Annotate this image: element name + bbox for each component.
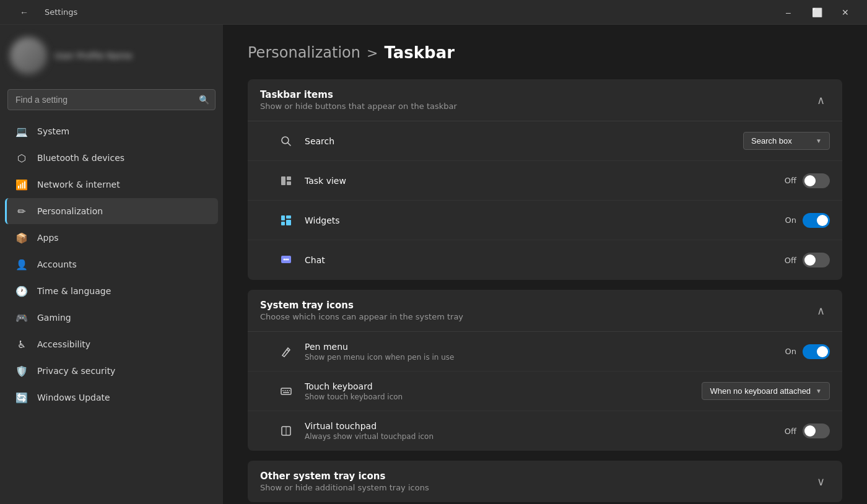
virtual-touchpad-name: Virtual touchpad [305,421,782,431]
taskbar-items-collapse-button[interactable]: ∧ [812,91,830,110]
widgets-control: On [782,213,830,228]
sidebar-item-personalization[interactable]: ✏️Personalization [5,198,218,224]
chat-name: Chat [305,255,782,265]
search-icon [277,133,295,150]
maximize-button[interactable]: ⬜ [803,2,831,22]
chat-toggle[interactable] [803,253,830,267]
pen-menu-toggle[interactable] [803,344,830,359]
search-control: Search box ▼ [743,132,830,150]
system-label: System [37,126,69,136]
bluetooth-label: Bluetooth & devices [37,153,124,163]
pen-menu-icon [277,343,295,360]
sidebar-item-bluetooth[interactable]: ⬡Bluetooth & devices [5,145,218,171]
breadcrumb: Personalization > Taskbar [248,43,842,62]
back-button[interactable]: ← [10,2,38,22]
profile-name: User Profile Name [54,51,133,61]
widgets-toggle-track [803,213,830,228]
widgets-icon [277,212,295,229]
setting-row-widgets: Widgets On [248,201,842,240]
svg-rect-8 [286,220,291,225]
sidebar-item-apps[interactable]: 📦Apps [5,225,218,251]
widgets-name: Widgets [305,215,782,225]
search-dropdown[interactable]: Search box ▼ [743,132,830,150]
update-icon: 🔄 [15,391,28,404]
sections-container: Taskbar items Show or hide buttons that … [248,79,842,502]
widgets-toggle[interactable] [803,213,830,228]
svg-rect-5 [281,215,285,220]
svg-line-13 [287,349,289,351]
sidebar-item-system[interactable]: 💻System [5,118,218,144]
gaming-label: Gaming [37,313,71,323]
minimize-button[interactable]: – [774,2,803,22]
touch-keyboard-icon [277,383,295,400]
svg-rect-17 [287,390,288,391]
network-label: Network & internet [37,180,120,189]
sidebar-item-accessibility[interactable]: ♿Accessibility [5,331,218,357]
close-button[interactable]: ✕ [831,2,860,22]
privacy-label: Privacy & security [37,366,115,376]
sidebar-item-update[interactable]: 🔄Windows Update [5,385,218,411]
svg-rect-4 [287,181,291,185]
section-taskbar-items: Taskbar items Show or hide buttons that … [248,79,842,280]
task-view-toggle[interactable] [803,173,830,188]
sidebar-item-accounts[interactable]: 👤Accounts [5,251,218,277]
setting-row-search: Search Search box ▼ [248,121,842,161]
other-tray-expand-button[interactable]: ∨ [812,472,830,491]
window-controls: – ⬜ ✕ [774,2,860,22]
accessibility-label: Accessibility [37,339,90,349]
search-name: Search [305,136,743,146]
pen-menu-toggle-thumb [817,346,828,357]
touch-keyboard-dropdown[interactable]: When no keyboard attached ▼ [702,382,830,400]
task-view-name: Task view [305,176,782,186]
setting-row-task-view: Task view Off [248,161,842,201]
sidebar-item-network[interactable]: 📶Network & internet [5,172,218,198]
system-tray-title: System tray icons [260,300,463,311]
svg-line-1 [288,142,291,146]
svg-point-11 [285,259,287,261]
breadcrumb-current: Taskbar [384,43,455,62]
chat-toggle-thumb [804,254,816,266]
pen-menu-control: On [782,344,830,359]
personalization-icon: ✏️ [15,204,28,218]
system-tray-subtitle: Choose which icons can appear in the sys… [260,312,463,321]
svg-rect-16 [285,390,286,391]
find-setting-input[interactable] [7,89,216,110]
virtual-touchpad-toggle-label: Off [782,427,796,436]
task-view-control: Off [782,173,830,188]
task-view-icon [277,172,295,189]
sidebar-item-time[interactable]: 🕐Time & language [5,278,218,304]
virtual-touchpad-toggle[interactable] [803,424,830,438]
sidebar-item-gaming[interactable]: 🎮Gaming [5,305,218,331]
search-dropdown-arrow: ▼ [816,137,822,144]
taskbar-items-title: Taskbar items [260,89,457,100]
accounts-icon: 👤 [15,258,28,271]
app-layout: User Profile Name 🔍 💻System⬡Bluetooth & … [0,25,867,504]
pen-menu-desc: Show pen menu icon when pen is in use [305,353,782,362]
apps-label: Apps [37,233,59,243]
setting-row-virtual-touchpad: Virtual touchpad Always show virtual tou… [248,411,842,451]
chat-icon [277,251,295,269]
other-tray-header: Other system tray icons Show or hide add… [248,461,842,502]
privacy-icon: 🛡️ [15,364,28,378]
touch-keyboard-control: When no keyboard attached ▼ [702,382,830,400]
profile-section: User Profile Name [0,25,223,84]
touch-keyboard-desc: Show touch keyboard icon [305,393,702,401]
chat-control: Off [782,253,830,267]
network-icon: 📶 [15,178,28,191]
svg-rect-2 [281,176,285,185]
svg-rect-18 [289,390,290,391]
section-other-tray: Other system tray icons Show or hide add… [248,461,842,502]
avatar [10,37,47,74]
title-bar: ← Settings – ⬜ ✕ [0,0,867,25]
touch-keyboard-dropdown-arrow: ▼ [816,388,822,394]
search-box: 🔍 [7,89,216,110]
svg-rect-19 [283,392,289,393]
sidebar-item-privacy[interactable]: 🛡️Privacy & security [5,358,218,384]
chat-toggle-track [803,253,830,267]
update-label: Windows Update [37,393,110,402]
task-view-toggle-track [803,173,830,188]
search-dropdown-value: Search box [751,136,792,146]
taskbar-items-header: Taskbar items Show or hide buttons that … [248,79,842,121]
app-title: Settings [45,7,77,17]
system-tray-collapse-button[interactable]: ∧ [812,302,830,320]
